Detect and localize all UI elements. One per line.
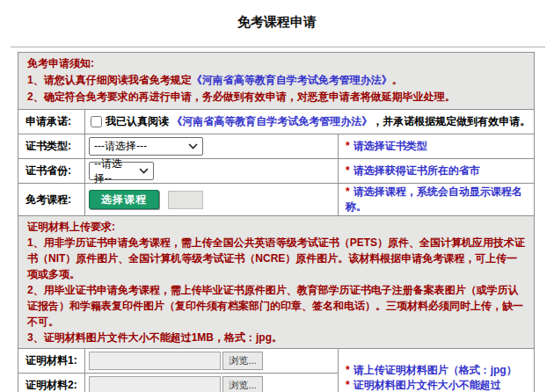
upload-req-item-1: 1、用非学历证书申请免考课程，需上传全国公共英语等级考试证书（PETS）原件、全… (27, 235, 525, 282)
chevron-down-icon (188, 143, 198, 149)
material-1-cell: 浏览... (85, 349, 339, 374)
material-2-label: 证明材料2: (18, 374, 85, 392)
promise-regulation-link[interactable]: 《河南省高等教育自学考试免考管理办法》 (171, 115, 372, 127)
exempt-course-hint: *请选择课程，系统会自动显示课程名称。 (339, 184, 535, 216)
page-title: 免考课程申请 (0, 0, 554, 31)
cert-province-row: 证书省份: --请选择-- *请选择获得证书所在的省市 (18, 159, 535, 184)
cert-province-cell: --请选择-- (85, 159, 339, 184)
cert-type-label: 证书类型: (18, 134, 85, 159)
upload-requirements-section: 证明材料上传要求: 1、用非学历证书申请免考课程，需上传全国公共英语等级考试证书… (18, 216, 535, 349)
notice-item-1-suffix: 。 (392, 74, 403, 86)
cert-province-select-value: --请选择-- (94, 156, 134, 186)
material-1-file-path-field[interactable] (89, 352, 221, 370)
promise-text-prefix: 我已认真阅读 (106, 115, 171, 127)
material-1-browse-button[interactable]: 浏览... (222, 352, 263, 370)
cert-province-hint-text: 请选择获得证书所在的省市 (354, 164, 480, 177)
required-asterisk: * (346, 379, 350, 391)
exempt-course-hint-text: 请选择课程，系统会自动显示课程名称。 (346, 185, 522, 213)
required-asterisk: * (346, 185, 350, 198)
required-asterisk: * (346, 364, 350, 376)
material-row-1: 证明材料1: 浏览... *请上传证明材料图片（格式：jpg） *证明材料图片文… (18, 349, 535, 374)
upload-req-item-2: 2、用毕业证书申请免考课程，需上传毕业证书原件图片、教育部学历证书电子注册备案表… (27, 282, 525, 330)
cert-type-select[interactable]: ---请选择--- (89, 137, 203, 156)
upload-requirements-row: 证明材料上传要求: 1、用非学历证书申请免考课程，需上传全国公共英语等级考试证书… (18, 216, 535, 349)
cert-type-select-value: ---请选择--- (94, 139, 147, 154)
required-asterisk: * (346, 140, 350, 152)
cert-province-label: 证书省份: (18, 159, 85, 184)
notice-heading: 免考申请须知: (27, 55, 525, 72)
choose-course-button[interactable]: 选择课程 (89, 190, 159, 209)
promise-cell: 我已认真阅读 《河南省高等教育自学考试免考管理办法》，并承诺根据规定做到有效申请… (85, 110, 535, 134)
notice-item-1: 1、请您认真仔细阅读我省免考规定《河南省高等教育自学考试免考管理办法》。 (27, 72, 525, 89)
material-2-file-path-field[interactable] (89, 376, 221, 392)
promise-row: 申请承诺: 我已认真阅读 《河南省高等教育自学考试免考管理办法》，并承诺根据规定… (18, 110, 535, 134)
material-1-label: 证明材料1: (18, 349, 85, 374)
required-asterisk: * (346, 164, 350, 177)
notice-section: 免考申请须知: 1、请您认真仔细阅读我省免考规定《河南省高等教育自学考试免考管理… (18, 53, 535, 110)
notice-section-row: 免考申请须知: 1、请您认真仔细阅读我省免考规定《河南省高等教育自学考试免考管理… (18, 53, 535, 110)
material-1-file-input: 浏览... (89, 352, 337, 370)
exempt-course-label: 免考课程: (18, 184, 85, 216)
cert-type-row: 证书类型: ---请选择--- *请选择证书类型 (18, 134, 535, 159)
course-name-box (168, 191, 203, 209)
regulation-link[interactable]: 《河南省高等教育自学考试免考管理办法》 (192, 74, 392, 86)
materials-hint-line-1: *请上传证明材料图片（格式：jpg） (346, 363, 530, 378)
chevron-down-icon (139, 168, 149, 174)
application-form-table: 免考申请须知: 1、请您认真仔细阅读我省免考规定《河南省高等教育自学考试免考管理… (18, 52, 535, 392)
notice-item-1-text: 1、请您认真仔细阅读我省免考规定 (27, 74, 192, 86)
cert-type-hint: *请选择证书类型 (339, 134, 535, 159)
materials-hint-1-text: 请上传证明材料图片（格式：jpg） (354, 364, 517, 376)
cert-province-hint: *请选择获得证书所在的省市 (339, 159, 535, 184)
title-divider (11, 47, 545, 47)
materials-hint: *请上传证明材料图片（格式：jpg） *证明材料图片文件大小不能超过1MB，最小… (339, 349, 535, 392)
exempt-course-cell: 选择课程 (85, 184, 339, 216)
upload-req-item-3: 3、证明材料图片文件大小不能超过1MB，格式：jpg。 (27, 330, 525, 345)
promise-text-suffix: ，并承诺根据规定做到有效申请。 (372, 115, 530, 127)
materials-hint-line-2: *证明材料图片文件大小不能超过1MB，最小不能低于50KB。 (346, 378, 530, 392)
materials-hint-2-text: 证明材料图片文件大小不能超过1MB，最小不能低于50KB。 (346, 379, 501, 392)
cert-type-cell: ---请选择--- (85, 134, 339, 159)
promise-label: 申请承诺: (18, 110, 85, 134)
exempt-course-row: 免考课程: 选择课程 *请选择课程，系统会自动显示课程名称。 (18, 184, 535, 216)
material-2-browse-button[interactable]: 浏览... (222, 376, 263, 392)
notice-item-2: 2、确定符合免考要求的再进行申请，务必做到有效申请，对恶意申请者将做延期毕业处理… (27, 89, 525, 105)
cert-province-select[interactable]: --请选择-- (89, 162, 154, 180)
material-2-cell: 浏览... (85, 374, 339, 392)
material-2-file-input: 浏览... (89, 376, 337, 392)
upload-req-heading: 证明材料上传要求: (27, 219, 525, 235)
cert-type-hint-text: 请选择证书类型 (354, 140, 427, 152)
promise-checkbox[interactable] (91, 116, 102, 127)
